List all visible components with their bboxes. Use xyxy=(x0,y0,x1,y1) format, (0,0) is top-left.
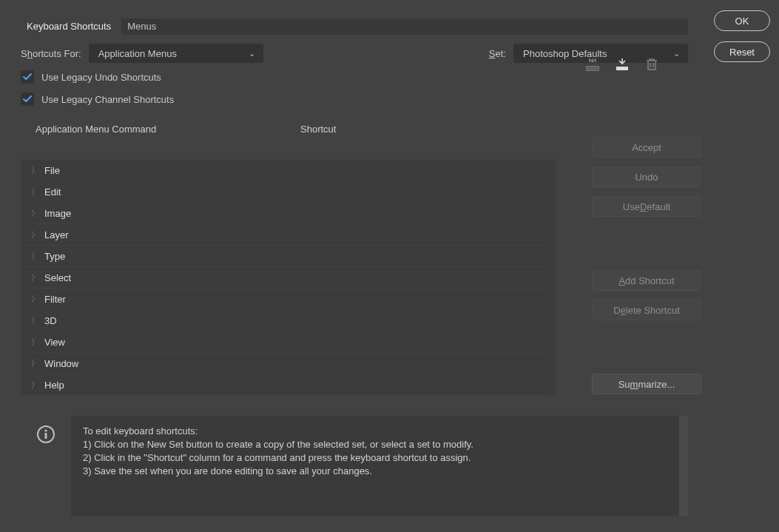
svg-rect-1 xyxy=(616,67,628,70)
checkbox-checked-icon xyxy=(21,92,34,106)
table-row[interactable]: 〉Image xyxy=(21,203,550,224)
chevron-right-icon: 〉 xyxy=(30,272,40,283)
info-line: 1) Click on the New Set button to create… xyxy=(83,438,676,451)
menu-item-label: Filter xyxy=(44,294,66,305)
info-icon xyxy=(21,416,71,516)
shortcuts-for-value: Application Menus xyxy=(98,48,177,59)
table-row[interactable]: 〉Help xyxy=(21,374,550,396)
menu-item-label: Edit xyxy=(44,186,61,198)
scrollbar[interactable] xyxy=(550,160,556,396)
menu-item-label: View xyxy=(44,337,65,348)
save-set-icon[interactable] xyxy=(584,56,601,73)
chevron-right-icon: 〉 xyxy=(30,337,40,348)
ok-button[interactable]: OK xyxy=(714,10,770,31)
summarize-button[interactable]: Summarize... xyxy=(592,374,701,394)
table-row[interactable]: 〉3D xyxy=(21,310,550,331)
table-row[interactable]: 〉Select xyxy=(21,267,550,289)
column-shortcut: Shortcut xyxy=(300,124,336,135)
chevron-right-icon: 〉 xyxy=(30,294,40,305)
menu-item-label: 3D xyxy=(44,315,57,326)
table-row[interactable]: 〉Filter xyxy=(21,289,550,310)
legacy-channel-label: Use Legacy Channel Shortcuts xyxy=(41,94,174,105)
table-row[interactable]: 〉Layer xyxy=(21,224,550,246)
table-header: Application Menu Command Shortcut xyxy=(21,124,688,135)
info-line: To edit keyboard shortcuts: xyxy=(83,425,676,438)
chevron-right-icon: 〉 xyxy=(30,165,40,176)
menu-item-label: Type xyxy=(44,251,65,262)
table-row[interactable]: 〉View xyxy=(21,331,550,353)
svg-rect-4 xyxy=(45,433,47,439)
table-row[interactable]: 〉File xyxy=(21,160,550,181)
tab-menus[interactable]: Menus xyxy=(121,18,166,35)
info-line: 3) Save the set when you are done editin… xyxy=(83,465,676,478)
delete-shortcut-button[interactable]: Delete Shortcut xyxy=(592,300,701,320)
scrollbar[interactable] xyxy=(679,416,688,516)
table-row[interactable]: 〉Window xyxy=(21,353,550,374)
menu-item-label: Image xyxy=(44,208,71,219)
table-row[interactable]: 〉Type xyxy=(21,246,550,267)
chevron-down-icon: ⌄ xyxy=(249,49,255,58)
reset-button[interactable]: Reset xyxy=(714,41,770,62)
svg-point-3 xyxy=(44,429,47,431)
undo-button[interactable]: Undo xyxy=(592,166,701,187)
delete-set-icon[interactable] xyxy=(644,56,660,73)
legacy-undo-label: Use Legacy Undo Shortcuts xyxy=(41,72,161,83)
shortcuts-for-select[interactable]: Application Menus ⌄ xyxy=(89,44,263,63)
info-line: 2) Click in the "Shortcut" column for a … xyxy=(83,451,676,465)
chevron-right-icon: 〉 xyxy=(30,315,40,326)
legacy-channel-checkbox-row[interactable]: Use Legacy Channel Shortcuts xyxy=(21,92,688,106)
chevron-right-icon: 〉 xyxy=(30,229,40,240)
new-set-icon[interactable] xyxy=(614,56,630,73)
tab-filler xyxy=(166,18,688,35)
checkbox-checked-icon xyxy=(21,70,34,84)
chevron-right-icon: 〉 xyxy=(30,208,40,219)
menu-item-label: File xyxy=(44,165,60,176)
menu-item-label: Layer xyxy=(44,229,69,240)
menu-item-label: Help xyxy=(44,380,64,391)
menu-item-label: Select xyxy=(44,272,71,283)
chevron-right-icon: 〉 xyxy=(30,186,40,198)
command-table: 〉File〉Edit〉Image〉Layer〉Type〉Select〉Filte… xyxy=(21,160,550,396)
chevron-right-icon: 〉 xyxy=(30,380,40,391)
set-label: Set: xyxy=(489,48,506,59)
add-shortcut-button[interactable]: Add Shortcut xyxy=(592,270,701,291)
svg-rect-0 xyxy=(587,67,598,70)
shortcuts-for-label: Shortcuts For: xyxy=(21,48,81,59)
accept-button[interactable]: Accept xyxy=(592,137,701,158)
table-row[interactable]: 〉Edit xyxy=(21,181,550,203)
column-command: Application Menu Command xyxy=(36,124,300,135)
info-panel: To edit keyboard shortcuts: 1) Click on … xyxy=(71,416,688,516)
use-default-button[interactable]: Use Default xyxy=(592,196,701,217)
tab-bar: Keyboard Shortcuts Menus xyxy=(21,18,688,35)
chevron-down-icon: ⌄ xyxy=(673,49,680,58)
chevron-right-icon: 〉 xyxy=(30,251,40,262)
chevron-right-icon: 〉 xyxy=(30,358,40,369)
menu-item-label: Window xyxy=(44,358,78,369)
tab-keyboard-shortcuts[interactable]: Keyboard Shortcuts xyxy=(21,18,121,35)
